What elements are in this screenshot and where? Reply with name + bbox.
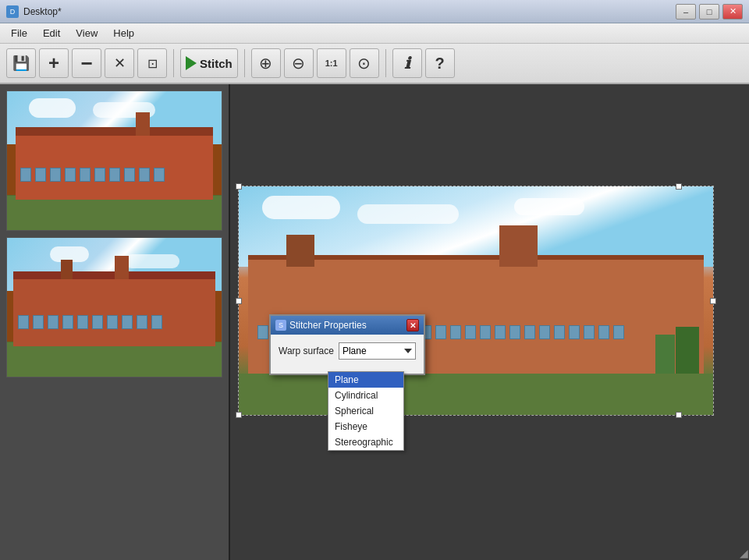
- stitcher-properties-dialog: S Stitcher Properties ✕ Warp surface Pla…: [269, 314, 425, 375]
- pano-window: [495, 325, 506, 339]
- menu-view[interactable]: View: [68, 25, 105, 41]
- zoom-1-button[interactable]: 1:1: [317, 48, 346, 78]
- crop-icon: ⊡: [147, 56, 158, 71]
- panorama-canvas[interactable]: [238, 186, 714, 416]
- maximize-button[interactable]: □: [699, 4, 719, 19]
- handle-bl[interactable]: [236, 412, 242, 418]
- menu-edit[interactable]: Edit: [35, 25, 68, 41]
- window-close-button[interactable]: ✕: [722, 4, 743, 19]
- dropdown-option-plane[interactable]: Plane: [328, 372, 403, 388]
- zoom-fit-icon: ⊙: [357, 54, 371, 73]
- handle-tl[interactable]: [236, 183, 242, 190]
- handle-tr[interactable]: [676, 183, 682, 190]
- dropdown-option-fisheye[interactable]: Fisheye: [328, 419, 403, 434]
- info-button[interactable]: ℹ: [392, 48, 422, 78]
- remove-button[interactable]: −: [72, 48, 101, 78]
- warp-surface-dropdown[interactable]: Plane: [339, 342, 416, 360]
- stitch-label: Stitch: [200, 57, 233, 70]
- dialog-icon: S: [275, 320, 286, 331]
- thumbnail-1[interactable]: [6, 90, 222, 231]
- canvas-area[interactable]: S Stitcher Properties ✕ Warp surface Pla…: [230, 84, 749, 560]
- handle-mr[interactable]: [710, 298, 716, 304]
- warp-surface-value: Plane: [343, 346, 367, 356]
- windows-row-1: [20, 168, 165, 182]
- save-button[interactable]: 💾: [6, 48, 36, 78]
- pano-window: [465, 325, 476, 339]
- separator-1: [173, 49, 174, 77]
- window-pane: [107, 315, 118, 329]
- window-pane: [48, 315, 59, 329]
- window-pane: [33, 315, 44, 329]
- dialog-close-button[interactable]: ✕: [406, 319, 419, 331]
- help-icon: ?: [435, 55, 445, 73]
- panorama-image: [239, 186, 713, 415]
- window-pane: [122, 315, 133, 329]
- dropdown-option-spherical[interactable]: Spherical: [328, 403, 403, 419]
- pano-window: [435, 325, 446, 339]
- menu-help[interactable]: Help: [105, 25, 142, 41]
- delete-button[interactable]: ✕: [105, 48, 134, 78]
- window-pane: [124, 168, 135, 182]
- handle-ml[interactable]: [236, 298, 242, 304]
- pano-window: [539, 325, 550, 339]
- window-pane: [35, 168, 46, 182]
- separator-2: [244, 49, 245, 77]
- pano-window: [598, 325, 609, 339]
- dropdown-arrow-icon: [404, 349, 412, 353]
- zoom-in-button[interactable]: ⊕: [251, 48, 281, 78]
- handle-br[interactable]: [676, 412, 682, 418]
- tower-3: [115, 256, 129, 279]
- left-panel: [0, 84, 230, 560]
- cloud-4: [125, 254, 179, 268]
- zoom-out-icon: ⊖: [292, 54, 305, 73]
- stitch-button[interactable]: Stitch: [180, 48, 238, 78]
- dialog-titlebar[interactable]: S Stitcher Properties ✕: [271, 316, 424, 335]
- pano-window: [509, 325, 520, 339]
- main-content: S Stitcher Properties ✕ Warp surface Pla…: [0, 84, 749, 560]
- save-icon: 💾: [12, 55, 30, 72]
- dropdown-option-cylindrical[interactable]: Cylindrical: [328, 388, 403, 403]
- building-roof-1: [16, 127, 213, 136]
- separator-3: [385, 49, 386, 77]
- windows-row-2: [18, 315, 162, 329]
- window-pane: [137, 315, 147, 329]
- pano-window: [480, 325, 491, 339]
- pano-cloud-3: [514, 198, 584, 215]
- pano-cloud-2: [357, 204, 459, 224]
- ground-2: [7, 342, 222, 377]
- zoom-1-icon: 1:1: [325, 58, 338, 68]
- delete-icon: ✕: [114, 55, 126, 72]
- menu-file[interactable]: File: [3, 25, 35, 41]
- pano-main-tower: [499, 225, 538, 267]
- dialog-title: Stitcher Properties: [289, 320, 403, 331]
- window-pane: [92, 315, 103, 329]
- minimize-button[interactable]: –: [676, 4, 696, 19]
- window-pane: [77, 315, 88, 329]
- dropdown-option-stereographic[interactable]: Stereographic: [328, 434, 403, 450]
- tower-2: [61, 260, 73, 279]
- play-icon: [186, 56, 197, 70]
- crop-button[interactable]: ⊡: [137, 48, 167, 78]
- pano-side-tower: [286, 235, 314, 267]
- window-pane: [151, 315, 162, 329]
- resize-grip: ◢: [738, 549, 749, 560]
- building-body-1: [16, 130, 213, 200]
- pano-window: [554, 325, 565, 339]
- zoom-out-button[interactable]: ⊖: [284, 48, 314, 78]
- info-icon: ℹ: [404, 54, 410, 73]
- pano-window: [524, 325, 535, 339]
- ground-1: [7, 196, 222, 231]
- window-pane: [50, 168, 61, 182]
- thumbnail-2[interactable]: [6, 237, 222, 377]
- add-button[interactable]: +: [39, 48, 69, 78]
- window-pane: [65, 168, 76, 182]
- window-pane: [109, 168, 120, 182]
- window-pane: [62, 315, 73, 329]
- zoom-fit-button[interactable]: ⊙: [350, 48, 379, 78]
- window-pane: [154, 168, 165, 182]
- pano-window: [450, 325, 461, 339]
- window-title: Desktop*: [23, 6, 676, 17]
- warp-dropdown-list: Plane Cylindrical Spherical Fisheye Ster…: [328, 371, 404, 451]
- help-button[interactable]: ?: [425, 48, 455, 78]
- pano-window: [569, 325, 580, 339]
